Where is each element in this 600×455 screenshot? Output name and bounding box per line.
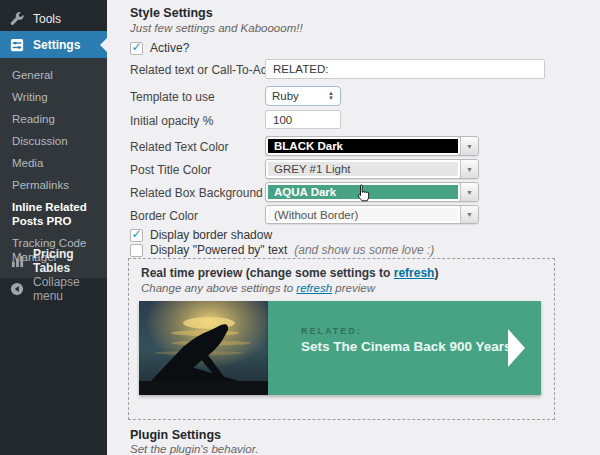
- chevron-down-icon[interactable]: ▼: [460, 160, 478, 178]
- submenu-item-general[interactable]: General: [0, 64, 107, 86]
- preview-subtitle: Change any above settings to refresh pre…: [141, 282, 375, 294]
- refresh-link[interactable]: refresh: [394, 266, 435, 280]
- related-text-color-select[interactable]: BLACK Dark ▼: [265, 136, 479, 156]
- powered-by-label: Display "Powered by" text: [150, 243, 287, 257]
- sidebar-item-pricing-tables[interactable]: Pricing Tables: [0, 248, 107, 274]
- active-checkbox[interactable]: [130, 42, 143, 55]
- submenu-item-writing[interactable]: Writing: [0, 86, 107, 108]
- border-color-select[interactable]: (Without Border) ▼: [265, 205, 479, 224]
- submenu-item-inline-related-posts-pro[interactable]: Inline Related Posts PRO: [0, 196, 107, 232]
- sidebar-item-label: Collapse menu: [33, 275, 107, 303]
- related-text-input[interactable]: RELATED:: [265, 59, 545, 79]
- wrench-icon: [9, 11, 25, 27]
- sidebar-item-settings[interactable]: Settings: [0, 31, 107, 58]
- chevron-down-icon[interactable]: ▼: [460, 206, 478, 223]
- submenu-item-permalinks[interactable]: Permalinks: [0, 174, 107, 196]
- banner-arrow-icon: [508, 329, 525, 367]
- preview-title: Real time preview (change some settings …: [141, 266, 438, 280]
- refresh-link[interactable]: refresh: [296, 282, 332, 294]
- chevron-down-icon[interactable]: ▼: [460, 137, 478, 155]
- active-checkbox-row: Active?: [130, 41, 189, 55]
- related-posts-banner[interactable]: RELATED: Sets The Cinema Back 900 Years!: [268, 301, 541, 395]
- bar-chart-icon: [9, 253, 25, 269]
- post-title-color-select[interactable]: GREY #1 Light ▼: [265, 159, 479, 179]
- template-label: Template to use: [130, 90, 215, 104]
- sidebar-item-label: Settings: [33, 38, 80, 52]
- powered-by-checkbox[interactable]: [130, 244, 143, 257]
- settings-submenu: General Writing Reading Discussion Media…: [0, 58, 107, 278]
- settings-content: Style Settings Just few settings and Kab…: [107, 0, 600, 455]
- select-stepper-icon: ▲▼: [328, 91, 334, 101]
- sidebar-item-label: Pricing Tables: [33, 247, 107, 275]
- chevron-down-icon[interactable]: ▼: [460, 183, 478, 201]
- related-text-label: Related text or Call-To-Action: [130, 63, 286, 77]
- current-menu-arrow: [100, 38, 107, 52]
- section-title: Style Settings: [130, 6, 213, 20]
- active-checkbox-label: Active?: [150, 41, 189, 55]
- border-shadow-checkbox-row: Display border shadow: [130, 228, 272, 242]
- border-shadow-checkbox[interactable]: [130, 229, 143, 242]
- banner-kicker: RELATED:: [301, 326, 362, 336]
- sidebar-item-label: Tools: [33, 12, 61, 26]
- related-text-color-label: Related Text Color: [130, 140, 229, 154]
- settings-panel-icon: [9, 37, 25, 53]
- border-color-label: Border Color: [130, 209, 198, 223]
- submenu-item-media[interactable]: Media: [0, 152, 107, 174]
- collapse-menu-button[interactable]: Collapse menu: [0, 276, 107, 302]
- section-subtitle: Just few settings and Kaboooom!!: [130, 22, 303, 34]
- sidebar-item-tools[interactable]: Tools: [0, 6, 107, 32]
- related-box-bg-color-select[interactable]: AQUA Dark ▼: [265, 182, 479, 202]
- powered-by-note: (and show us some love :): [294, 243, 434, 257]
- border-shadow-label: Display border shadow: [150, 228, 272, 242]
- realtime-preview-panel: Real time preview (change some settings …: [128, 258, 555, 420]
- collapse-circle-arrow-icon: [9, 281, 25, 297]
- plugin-settings-subtitle: Set the plugin's behavior.: [130, 443, 258, 455]
- plugin-settings-title: Plugin Settings: [130, 428, 221, 442]
- powered-by-checkbox-row: Display "Powered by" text (and show us s…: [130, 243, 434, 257]
- submenu-item-discussion[interactable]: Discussion: [0, 130, 107, 152]
- template-select[interactable]: Ruby ▲▼: [265, 86, 341, 106]
- wordpress-admin-page: Tools Settings General Writing Reading D…: [0, 0, 600, 455]
- admin-sidebar: Tools Settings General Writing Reading D…: [0, 0, 107, 455]
- opacity-input[interactable]: 100: [265, 110, 341, 129]
- submenu-item-reading[interactable]: Reading: [0, 108, 107, 130]
- post-title-color-label: Post Title Color: [130, 163, 211, 177]
- opacity-label: Initial opacity %: [130, 114, 213, 128]
- banner-headline: Sets The Cinema Back 900 Years!: [301, 339, 516, 354]
- preview-thumbnail-image: [139, 301, 268, 395]
